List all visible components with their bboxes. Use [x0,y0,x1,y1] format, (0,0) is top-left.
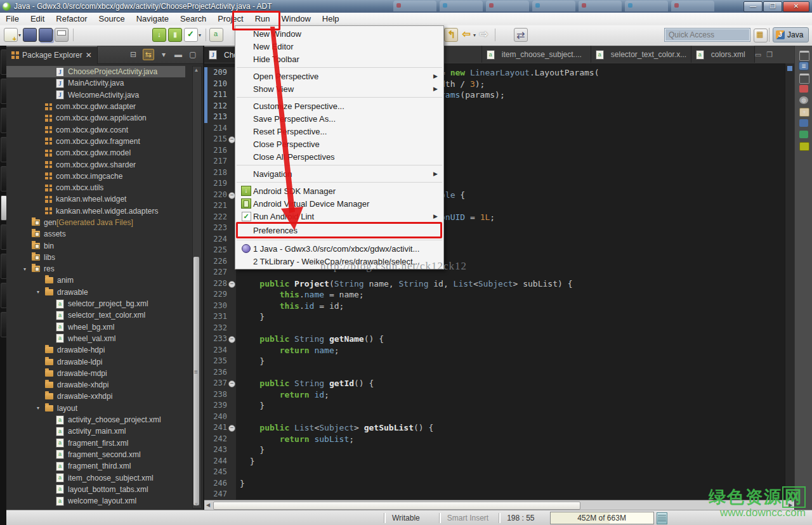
menu-search[interactable]: Search [174,13,212,25]
print-toolbar-icon[interactable] [55,28,69,42]
maximize-button[interactable]: ❐ [763,1,782,12]
fold-icon[interactable]: – [228,425,235,432]
scroll-down-icon[interactable]: ▼ [193,501,200,508]
menu-item-1-java-gdwx3-0-src-com-xbcx-gdwx[interactable]: 1 Java - Gdwx3.0/src/com/xbcx/gdwx/activ… [235,242,443,255]
tree-item-wheel-val-xml[interactable]: awheel_val.xml [6,333,185,344]
menu-item-new-window[interactable]: New Window [235,27,443,40]
package-explorer-tab[interactable]: Package Explorer ✕ [6,46,98,64]
collapse-all-icon[interactable]: ⊟ [128,49,138,60]
saveall-toolbar-icon[interactable] [39,28,53,42]
fold-icon[interactable]: – [228,380,235,387]
new-toolbar-icon[interactable] [4,28,18,42]
tree-item-activity-main-xml[interactable]: aactivity_main.xml [6,425,185,437]
code-line-235[interactable]: 235 } [204,356,794,367]
tree-item-libs[interactable]: libs [6,252,185,263]
code-line-233[interactable]: 233– public String getName() { [204,334,794,345]
tree-item-com-xbcx-gdwx-cosnt[interactable]: com.xbcx.gdwx.cosnt [6,124,185,135]
dropdown-icon[interactable]: ▾ [473,32,476,38]
back-toolbar-icon[interactable]: ⇦ [460,29,473,41]
tree-item-bin[interactable]: bin [6,240,185,251]
code-line-241[interactable]: 241– public List<Subject> getSubList() { [204,422,794,434]
right-docked-strip[interactable]: ≣◍+ [794,46,812,510]
code-line-230[interactable]: 230 this.id = id; [204,301,794,312]
tree-item-kankan-wheel-widget-adapters[interactable]: kankan.wheel.widget.adapters [6,205,185,217]
menu-item-close-all-perspectives[interactable]: Close All Perspectives [235,150,443,163]
maximize-view-icon[interactable]: ▢ [188,49,198,60]
tree-item-fragment-second-xml[interactable]: afragment_second.xml [6,449,185,460]
code-line-237[interactable]: 237– public String getId() { [204,378,794,389]
package-explorer-close-icon[interactable]: ✕ [86,51,92,60]
menu-item-save-perspective-as[interactable]: Save Perspective As... [235,112,443,125]
code-line-244[interactable]: 244 } [204,456,794,467]
open-perspective-button[interactable] [754,29,768,42]
menu-refactor[interactable]: Refactor [50,13,93,25]
menu-edit[interactable]: Edit [25,13,50,25]
restore-view-icon[interactable] [799,74,809,84]
tree-item-res[interactable]: ▾res [6,263,185,275]
menu-item-android-sdk-manager[interactable]: ↓Android SDK Manager [235,185,443,197]
tree-item-fragment-third-xml[interactable]: afragment_third.xml [6,460,185,472]
tree-item-chooseprojectactivity-java[interactable]: JChooseProjectActivity.java [6,66,185,77]
tree-item-wheel-bg-xml[interactable]: awheel_bg.xml [6,321,185,333]
code-line-234[interactable]: 234 return name; [204,345,794,356]
tree-item-drawable-ldpi[interactable]: drawable-ldpi [6,356,185,367]
tree-item-com-xbcx-gdwx-fragment[interactable]: com.xbcx.gdwx.fragment [6,136,185,147]
menu-navigate[interactable]: Navigate [131,13,174,25]
tree-item-drawable-xxhdpi[interactable]: drawable-xxhdpi [6,391,185,402]
expand-icon[interactable]: ▾ [37,405,39,411]
tree-item-selector-text-color-xml[interactable]: aselector_text_color.xml [6,309,185,321]
lastedit-toolbar-icon[interactable] [444,28,458,42]
horizontal-scrollbar-thumb[interactable] [213,502,580,510]
tree-item-drawable[interactable]: ▾drawable [6,287,185,298]
package-explorer-scrollbar[interactable]: ▲ ▼ [192,66,202,509]
code-line-240[interactable]: 240 [204,412,794,423]
code-line-236[interactable]: 236 [204,367,794,379]
tree-item-assets[interactable]: assets [6,228,185,240]
code-line-228[interactable]: 228– public Project(String name, String … [204,278,794,290]
web-view-icon[interactable]: ◍ [799,96,808,104]
overview-ruler[interactable] [785,63,794,500]
sdk-toolbar-icon[interactable] [152,28,166,42]
tree-item-layout[interactable]: ▾layout [6,403,185,414]
addfile-view-icon[interactable]: + [799,108,809,117]
fold-icon[interactable]: – [228,281,235,288]
save-toolbar-icon[interactable] [23,28,37,42]
tree-item-drawable-hdpi[interactable]: drawable-hdpi [6,344,185,356]
tree-item-drawable-mdpi[interactable]: drawable-mdpi [6,368,185,379]
menu-help[interactable]: Help [317,13,345,25]
tree-item-mainactivity-java[interactable]: JMainActivity.java [6,77,185,89]
menu-item-show-view[interactable]: Show View▶ [235,82,443,95]
close-button[interactable]: ✕ [783,1,809,12]
code-line-246[interactable]: 246} [204,478,794,489]
minimize-editor-icon[interactable]: ▭ [755,51,761,59]
java-perspective-button[interactable]: J Java [773,27,809,42]
lint-toolbar-icon[interactable] [184,28,198,42]
menu-item-customize-perspective[interactable]: Customize Perspective... [235,100,443,112]
tree-item-layout-bottom-tabs-xml[interactable]: alayout_bottom_tabs.xml [6,484,185,495]
tree-item-drawable-xhdpi[interactable]: drawable-xhdpi [6,379,185,391]
editor-tab-item-choose-subject[interactable]: aitem_choose_subject.... [482,46,591,63]
link-toolbar-icon[interactable] [514,28,528,42]
menu-project[interactable]: Project [212,13,249,25]
console-view-icon[interactable] [799,131,808,138]
tree-item-fragment-first-xml[interactable]: afragment_first.xml [6,438,185,449]
tree-item-activity-choose-project-xml[interactable]: aactivity_choose_project.xml [6,414,185,425]
code-line-239[interactable]: 239 } [204,400,794,412]
left-docked-strip[interactable] [0,46,6,525]
editor-tab-colors-xml[interactable]: acolors.xml [691,46,755,63]
fwd-toolbar-icon[interactable]: ⇨ [478,29,490,41]
newxml-toolbar-icon[interactable] [209,28,223,42]
link-with-editor-icon[interactable]: ⇆ [143,49,154,60]
menu-item-navigation[interactable]: Navigation▶ [235,167,443,180]
tree-item-com-xbcx-gdwx-adapter[interactable]: com.xbcx.gdwx.adapter [6,101,185,112]
fold-icon[interactable]: – [228,336,235,343]
expand-icon[interactable]: ▾ [23,266,26,272]
menu-item-run-android-lint[interactable]: ✓Run Android Lint▶ [235,210,443,223]
scrollbar-thumb[interactable] [193,257,199,505]
menu-item-close-perspective[interactable]: Close Perspective [235,138,443,150]
code-line-232[interactable]: 232 [204,323,794,334]
menu-window[interactable]: Window [276,13,317,25]
menu-item-preferences[interactable]: Preferences [235,223,443,238]
scroll-up-icon[interactable]: ▲ [193,67,200,74]
code-line-245[interactable]: 245 [204,467,794,478]
